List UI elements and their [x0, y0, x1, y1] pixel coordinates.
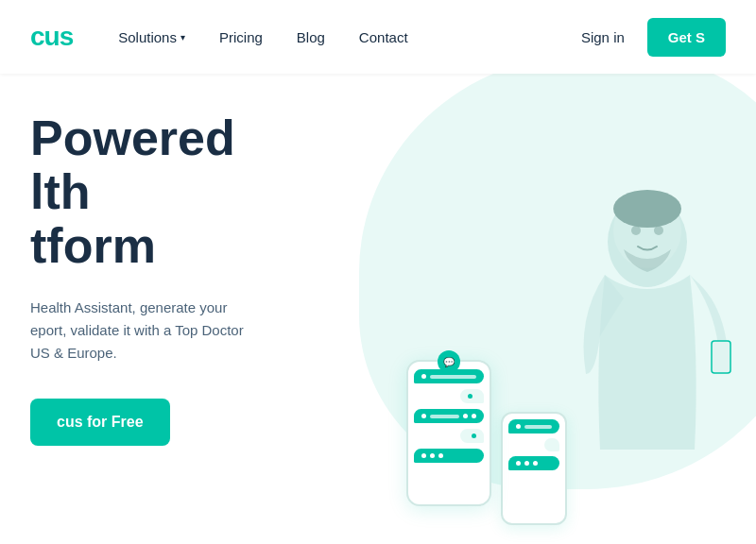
navbar: cus Solutions ▾ Pricing Blog Contact Sig… [0, 0, 756, 74]
svg-point-4 [631, 226, 641, 235]
hero-title: Powered lth tform [30, 111, 397, 274]
chat-dot-8 [438, 453, 443, 458]
chat-dot-r2 [516, 461, 521, 466]
logo-text: cus [30, 22, 73, 51]
nav-item-contact[interactable]: Contact [359, 29, 408, 45]
chat-dot [421, 374, 426, 379]
chat-bubble-2 [460, 389, 484, 403]
logo[interactable]: cus [30, 22, 73, 52]
chat-dot-dark [468, 394, 472, 399]
chat-dot-4 [472, 414, 476, 418]
hero-content: Powered lth tform Health Assistant, gene… [0, 111, 397, 446]
chat-dot-3 [463, 414, 468, 418]
chat-dot-r1 [516, 424, 521, 429]
nav-item-blog[interactable]: Blog [297, 29, 325, 45]
chat-dot-6 [421, 453, 426, 458]
chat-dot-r3 [524, 461, 529, 466]
hero-subtitle: Health Assistant, generate your eport, v… [30, 297, 333, 365]
nav-links: Solutions ▾ Pricing Blog Contact [118, 29, 581, 45]
chat-dot-5 [472, 434, 476, 438]
svg-point-2 [613, 190, 681, 228]
chat-bubble-4 [460, 429, 484, 443]
get-started-button[interactable]: Get S [647, 18, 726, 57]
phone-device-left: 💬 [406, 360, 491, 506]
chat-dot-2 [421, 414, 426, 418]
chat-line-2 [430, 415, 459, 418]
person-svg [539, 166, 756, 535]
nav-right: Sign in Get S [581, 18, 726, 57]
hero-illustration: 💬 [350, 74, 756, 544]
chat-dot-7 [430, 453, 435, 458]
hero-cta-button[interactable]: cus for Free [30, 399, 170, 446]
svg-point-5 [654, 226, 663, 235]
svg-rect-3 [712, 341, 730, 373]
hero-section: Powered lth tform Health Assistant, gene… [0, 74, 756, 544]
signin-link[interactable]: Sign in [581, 29, 625, 45]
nav-item-solutions[interactable]: Solutions ▾ [118, 29, 185, 45]
nav-item-pricing[interactable]: Pricing [219, 29, 263, 45]
chat-line [430, 375, 476, 379]
chat-dot-r4 [533, 461, 538, 466]
phone-chat-left: 💬 [406, 360, 491, 506]
chat-badge-icon: 💬 [438, 350, 460, 373]
chevron-down-icon: ▾ [180, 32, 185, 42]
chat-bubble-3 [414, 409, 484, 423]
person-figure [539, 166, 756, 544]
chat-bubble-5 [414, 449, 484, 463]
